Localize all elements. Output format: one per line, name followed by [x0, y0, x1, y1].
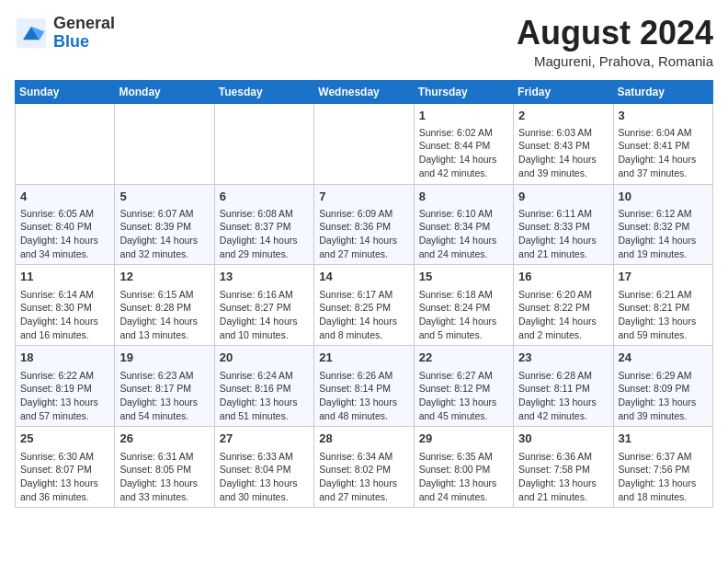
weekday-header-friday: Friday: [514, 80, 613, 103]
day-info-line: Sunrise: 6:17 AM: [319, 288, 408, 302]
calendar-cell: 30Sunrise: 6:36 AMSunset: 7:58 PMDayligh…: [514, 427, 613, 508]
day-number: 13: [220, 269, 309, 285]
day-info-line: and 36 minutes.: [20, 490, 109, 504]
day-info-line: Daylight: 13 hours: [220, 477, 309, 490]
day-info-line: Sunset: 8:28 PM: [119, 301, 209, 315]
day-info-line: Daylight: 14 hours: [518, 153, 608, 167]
day-info-line: and 39 minutes.: [518, 167, 608, 180]
calendar-cell: [314, 103, 414, 184]
day-info-line: Sunrise: 6:16 AM: [220, 288, 309, 302]
weekday-header-saturday: Saturday: [613, 80, 712, 103]
day-number: 25: [20, 431, 109, 447]
logo-icon: [15, 17, 48, 50]
day-info-line: and 8 minutes.: [319, 328, 408, 342]
day-number: 3: [619, 108, 708, 124]
calendar-week-1: 1Sunrise: 6:02 AMSunset: 8:44 PMDaylight…: [16, 103, 713, 184]
day-info-line: Sunrise: 6:03 AM: [518, 126, 608, 140]
day-info-line: Sunset: 8:32 PM: [619, 220, 708, 234]
day-number: 12: [119, 269, 209, 285]
day-info-line: Sunrise: 6:23 AM: [119, 369, 209, 383]
day-info-line: Daylight: 13 hours: [119, 396, 209, 409]
location: Magureni, Prahova, Romania: [517, 53, 713, 69]
calendar-cell: 17Sunrise: 6:21 AMSunset: 8:21 PMDayligh…: [613, 265, 712, 346]
day-number: 22: [419, 350, 508, 366]
calendar-cell: 29Sunrise: 6:35 AMSunset: 8:00 PMDayligh…: [414, 427, 513, 508]
day-info-line: Sunset: 8:24 PM: [419, 301, 508, 315]
logo-blue: Blue: [53, 32, 89, 51]
day-info-line: Sunrise: 6:30 AM: [20, 450, 109, 464]
day-info-line: and 42 minutes.: [518, 409, 608, 423]
day-number: 19: [119, 350, 209, 366]
day-info-line: Sunset: 8:34 PM: [419, 220, 508, 234]
day-info-line: and 32 minutes.: [119, 247, 209, 261]
calendar-cell: 12Sunrise: 6:15 AMSunset: 8:28 PMDayligh…: [115, 265, 214, 346]
day-info-line: Sunset: 8:37 PM: [220, 220, 309, 234]
day-info-line: Sunrise: 6:15 AM: [119, 288, 209, 302]
day-info-line: Sunrise: 6:11 AM: [518, 207, 608, 221]
logo-general: General: [53, 14, 115, 32]
calendar-cell: 25Sunrise: 6:30 AMSunset: 8:07 PMDayligh…: [16, 427, 115, 508]
day-info-line: Sunset: 8:17 PM: [119, 382, 209, 396]
day-number: 9: [518, 189, 608, 205]
day-info-line: and 54 minutes.: [119, 409, 209, 423]
day-info-line: Sunrise: 6:37 AM: [619, 450, 708, 464]
day-info-line: and 16 minutes.: [20, 328, 109, 342]
weekday-header-wednesday: Wednesday: [314, 80, 414, 103]
day-info-line: Sunrise: 6:28 AM: [518, 369, 608, 383]
day-number: 20: [220, 350, 309, 366]
day-info-line: Sunrise: 6:21 AM: [619, 288, 708, 302]
day-info-line: Sunset: 8:16 PM: [220, 382, 309, 396]
day-number: 26: [119, 431, 209, 447]
day-number: 2: [518, 108, 608, 124]
calendar-table: SundayMondayTuesdayWednesdayThursdayFrid…: [15, 80, 713, 509]
calendar-cell: 13Sunrise: 6:16 AMSunset: 8:27 PMDayligh…: [214, 265, 313, 346]
day-info-line: Sunrise: 6:31 AM: [119, 450, 209, 464]
day-info-line: Sunrise: 6:24 AM: [220, 369, 309, 383]
day-info-line: and 21 minutes.: [518, 247, 608, 261]
day-info-line: Sunrise: 6:02 AM: [419, 126, 508, 140]
day-info-line: Sunrise: 6:33 AM: [220, 450, 309, 464]
calendar-cell: 23Sunrise: 6:28 AMSunset: 8:11 PMDayligh…: [514, 346, 613, 427]
calendar-cell: 16Sunrise: 6:20 AMSunset: 8:22 PMDayligh…: [514, 265, 613, 346]
calendar-cell: 8Sunrise: 6:10 AMSunset: 8:34 PMDaylight…: [414, 184, 513, 265]
day-info-line: Sunset: 8:22 PM: [518, 301, 608, 315]
day-info-line: Sunset: 8:02 PM: [319, 463, 408, 477]
day-info-line: Sunset: 8:43 PM: [518, 139, 608, 153]
calendar-cell: 26Sunrise: 6:31 AMSunset: 8:05 PMDayligh…: [115, 427, 214, 508]
day-info-line: Sunset: 8:40 PM: [20, 220, 109, 234]
day-number: 16: [518, 269, 608, 285]
day-info-line: Sunset: 7:56 PM: [619, 463, 708, 477]
day-info-line: Sunset: 8:12 PM: [419, 382, 508, 396]
day-info-line: and 13 minutes.: [119, 328, 209, 342]
day-number: 31: [619, 431, 708, 447]
day-info-line: Daylight: 13 hours: [319, 477, 408, 490]
day-info-line: Sunrise: 6:12 AM: [619, 207, 708, 221]
day-info-line: and 51 minutes.: [220, 409, 309, 423]
day-info-line: Daylight: 13 hours: [619, 477, 708, 490]
day-number: 10: [619, 189, 708, 205]
day-info-line: Sunset: 8:30 PM: [20, 301, 109, 315]
day-number: 24: [619, 350, 708, 366]
day-info-line: Sunset: 8:07 PM: [20, 463, 109, 477]
calendar-week-2: 4Sunrise: 6:05 AMSunset: 8:40 PMDaylight…: [16, 184, 713, 265]
calendar-week-4: 18Sunrise: 6:22 AMSunset: 8:19 PMDayligh…: [16, 346, 713, 427]
day-info-line: and 27 minutes.: [319, 490, 408, 504]
calendar-cell: 7Sunrise: 6:09 AMSunset: 8:36 PMDaylight…: [314, 184, 414, 265]
month-title: August 2024: [517, 15, 713, 52]
day-info-line: Sunset: 8:44 PM: [419, 139, 508, 153]
day-info-line: Sunrise: 6:34 AM: [319, 450, 408, 464]
day-info-line: Daylight: 14 hours: [20, 315, 109, 328]
weekday-header-thursday: Thursday: [414, 80, 513, 103]
day-info-line: Sunset: 8:19 PM: [20, 382, 109, 396]
day-info-line: Sunset: 8:04 PM: [220, 463, 309, 477]
calendar-cell: 15Sunrise: 6:18 AMSunset: 8:24 PMDayligh…: [414, 265, 513, 346]
day-info-line: Sunset: 8:00 PM: [419, 463, 508, 477]
day-number: 15: [419, 269, 508, 285]
calendar-cell: 6Sunrise: 6:08 AMSunset: 8:37 PMDaylight…: [214, 184, 313, 265]
day-info-line: Daylight: 13 hours: [518, 396, 608, 409]
day-number: 1: [419, 108, 508, 124]
calendar-cell: [214, 103, 313, 184]
calendar-cell: 14Sunrise: 6:17 AMSunset: 8:25 PMDayligh…: [314, 265, 414, 346]
day-info-line: Sunrise: 6:08 AM: [220, 207, 309, 221]
day-info-line: and 24 minutes.: [419, 247, 508, 261]
